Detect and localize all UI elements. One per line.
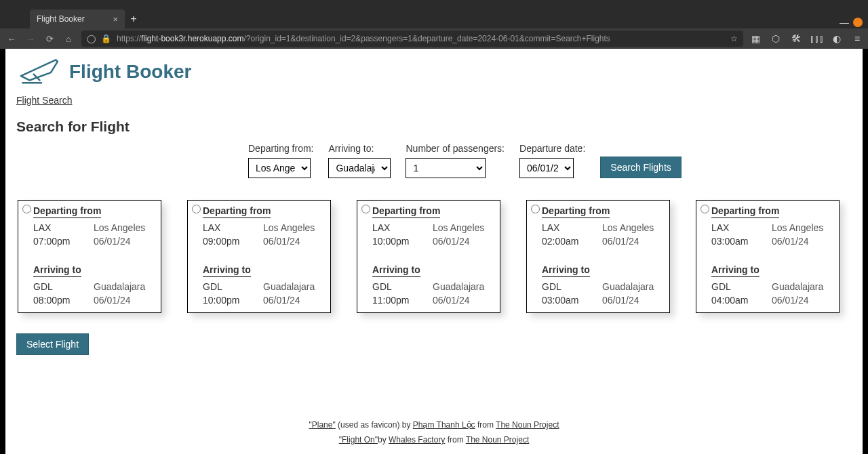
field-date: Departure date: 06/01/24: [519, 143, 585, 178]
flight-card[interactable]: Departing from LAX Los Angeles 03:00am 0…: [696, 200, 840, 313]
label-passengers: Number of passengers:: [406, 143, 505, 154]
orig-city: Los Angeles: [433, 222, 493, 233]
field-passengers: Number of passengers: 1: [406, 143, 505, 178]
profile-icon[interactable]: ◐: [831, 33, 842, 44]
site-title: Flight Booker: [69, 61, 191, 83]
dep-time: 09:00pm: [203, 236, 263, 247]
browser-toolbar: ← → ⟳ ⌂ ◯ 🔒 https://flight-book3r.heroku…: [0, 28, 868, 49]
footer-whales-link[interactable]: Whales Factory: [389, 435, 445, 445]
flight-card[interactable]: Departing from LAX Los Angeles 02:00am 0…: [526, 200, 670, 313]
url-path: /?origin_id=1&destination_id=2&passenger…: [243, 34, 610, 43]
arr-date: 06/01/24: [94, 295, 154, 306]
arr-time: 04:00am: [711, 295, 772, 306]
select-origin[interactable]: Los Angeles: [248, 158, 311, 178]
tab-title: Flight Booker: [37, 14, 85, 24]
field-origin: Departing from: Los Angeles: [248, 143, 313, 178]
search-flights-button[interactable]: Search Flights: [600, 157, 681, 178]
flight-card[interactable]: Departing from LAX Los Angeles 07:00pm 0…: [18, 200, 161, 313]
dest-city: Guadalajara: [433, 281, 493, 292]
orig-code: LAX: [542, 222, 602, 233]
card-depart-heading: Departing from: [33, 205, 101, 218]
arr-time: 11:00pm: [372, 295, 433, 306]
nav-forward-icon[interactable]: →: [24, 34, 37, 44]
dep-date: 06/01/24: [263, 236, 323, 247]
dep-date: 06/01/24: [772, 236, 832, 247]
dest-code: GDL: [711, 281, 772, 292]
footer: "Plane" (used as favicon) by Phạm Thanh …: [5, 420, 863, 450]
brand-row: Flight Booker: [16, 56, 852, 88]
nav-reload-icon[interactable]: ⟳: [43, 34, 56, 44]
browser-tab[interactable]: Flight Booker ×: [30, 9, 125, 28]
flight-radio[interactable]: [701, 205, 709, 213]
dep-date: 06/01/24: [602, 236, 663, 247]
plane-logo-icon: [16, 56, 60, 88]
window-minimize-icon[interactable]: —: [840, 18, 849, 27]
arr-time: 03:00am: [542, 295, 602, 306]
app-menu-icon[interactable]: ≡: [852, 33, 863, 44]
label-origin: Departing from:: [248, 143, 313, 154]
devtools-icon[interactable]: 🛠: [791, 33, 802, 44]
select-passengers[interactable]: 1: [406, 158, 486, 178]
dest-city: Guadalajara: [602, 281, 663, 292]
orig-code: LAX: [372, 222, 433, 233]
arr-date: 06/01/24: [433, 295, 493, 306]
dest-city: Guadalajara: [94, 281, 154, 292]
card-arrive-heading: Arriving to: [372, 264, 420, 277]
tab-strip: Flight Booker × + —: [0, 0, 868, 28]
flight-card[interactable]: Departing from LAX Los Angeles 10:00pm 0…: [357, 200, 500, 313]
arr-date: 06/01/24: [772, 295, 832, 306]
dest-code: GDL: [33, 281, 94, 292]
page-body: Flight Booker Flight Search Search for F…: [5, 49, 863, 454]
label-destination: Arriving to:: [328, 143, 391, 154]
library-icon[interactable]: ⫿⫿⫿: [811, 33, 822, 44]
label-date: Departure date:: [519, 143, 585, 154]
address-bar[interactable]: ◯ 🔒 https://flight-book3r.herokuapp.com/…: [81, 30, 743, 47]
footer-flighton-link[interactable]: "Flight On": [339, 435, 378, 445]
arr-date: 06/01/24: [602, 295, 663, 306]
dest-code: GDL: [542, 281, 602, 292]
orig-city: Los Angeles: [772, 222, 832, 233]
orig-city: Los Angeles: [602, 222, 663, 233]
lock-icon: 🔒: [101, 34, 111, 43]
footer-nounproject-link[interactable]: The Noun Project: [496, 420, 559, 430]
orig-code: LAX: [203, 222, 263, 233]
select-date[interactable]: 06/01/24: [519, 158, 574, 178]
extension-icon[interactable]: ▦: [750, 33, 761, 44]
nav-back-icon[interactable]: ←: [5, 34, 18, 44]
browser-chrome: Flight Booker × + — ← → ⟳ ⌂ ◯ 🔒 https://…: [0, 0, 868, 49]
dest-city: Guadalajara: [263, 281, 323, 292]
flight-radio[interactable]: [531, 205, 540, 213]
footer-plane-link[interactable]: "Plane": [309, 420, 336, 430]
dest-code: GDL: [203, 281, 263, 292]
flight-radio[interactable]: [22, 205, 31, 213]
orig-code: LAX: [711, 222, 772, 233]
url-host: flight-book3r.herokuapp.com: [141, 34, 243, 43]
footer-author-link[interactable]: Phạm Thanh Lộc: [413, 420, 475, 430]
arr-date: 06/01/24: [263, 295, 323, 306]
orig-city: Los Angeles: [94, 222, 154, 233]
arr-time: 10:00pm: [203, 295, 263, 306]
footer-nounproject-link[interactable]: The Noun Project: [466, 435, 529, 445]
close-tab-icon[interactable]: ×: [113, 14, 118, 24]
dest-city: Guadalajara: [772, 281, 832, 292]
orig-city: Los Angeles: [263, 222, 323, 233]
footer-text: from: [445, 435, 465, 445]
flight-radio[interactable]: [192, 205, 201, 213]
bookmark-star-icon[interactable]: ☆: [730, 34, 738, 43]
orig-code: LAX: [33, 222, 94, 233]
select-flight-button[interactable]: Select Flight: [16, 333, 89, 355]
dep-date: 06/01/24: [94, 236, 154, 247]
flight-card[interactable]: Departing from LAX Los Angeles 09:00pm 0…: [187, 200, 331, 313]
select-destination[interactable]: Guadalajara: [328, 158, 391, 178]
dep-date: 06/01/24: [433, 236, 493, 247]
window-close-icon[interactable]: [853, 18, 863, 27]
pocket-icon[interactable]: ⬡: [770, 33, 781, 44]
card-arrive-heading: Arriving to: [711, 264, 760, 277]
shield-icon: ◯: [87, 34, 96, 43]
nav-flight-search[interactable]: Flight Search: [16, 95, 72, 106]
new-tab-button[interactable]: +: [125, 9, 142, 28]
flight-radio[interactable]: [361, 205, 370, 213]
page-title: Search for Flight: [16, 119, 852, 135]
search-form: Departing from: Los Angeles Arriving to:…: [16, 143, 852, 178]
nav-home-icon[interactable]: ⌂: [62, 34, 75, 44]
